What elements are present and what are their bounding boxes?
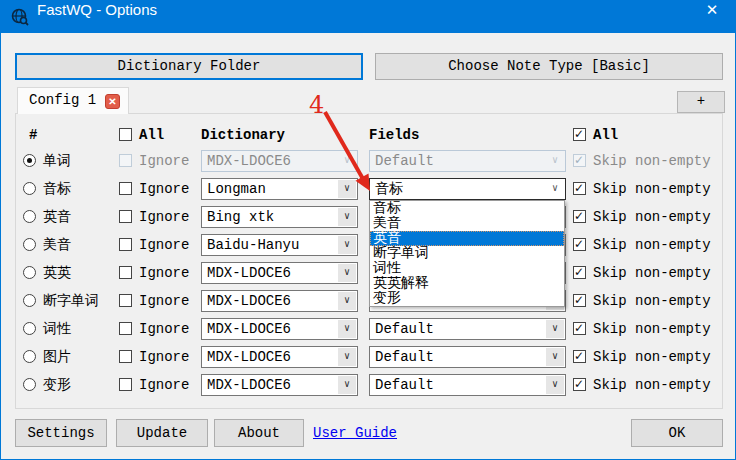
ignore-label: Ignore [139, 235, 189, 255]
ignore-checkbox[interactable] [119, 350, 132, 363]
chevron-down-icon[interactable]: ∨ [338, 320, 356, 338]
tab-close-icon[interactable]: ✕ [105, 94, 120, 109]
dictionary-combo-value: MDX-LDOCE6 [207, 320, 291, 338]
fields-combo[interactable]: Default ∨ [369, 150, 566, 172]
chevron-down-icon[interactable]: ∨ [546, 320, 564, 338]
choose-note-type-button[interactable]: Choose Note Type [Basic] [375, 53, 723, 80]
dictionary-combo-value: MDX-LDOCE6 [207, 264, 291, 282]
fields-combo-value: Default [375, 320, 434, 338]
dropdown-option[interactable]: 音标 [370, 201, 564, 216]
dictionary-combo-value: MDX-LDOCE6 [207, 348, 291, 366]
row-radio[interactable] [23, 294, 36, 307]
all-skip-checkbox[interactable] [573, 128, 586, 141]
user-guide-link[interactable]: User Guide [313, 425, 397, 441]
update-button[interactable]: Update [116, 419, 208, 447]
table-row: 变形 Ignore MDX-LDOCE6 ∨ Default ∨ Skip no… [1, 371, 736, 399]
skip-checkbox[interactable] [573, 350, 586, 363]
chevron-down-icon[interactable]: ∨ [338, 180, 356, 198]
chevron-down-icon[interactable]: ∨ [338, 264, 356, 282]
row-radio[interactable] [23, 266, 36, 279]
tab-config-1[interactable]: Config 1 ✕ [17, 87, 129, 114]
chevron-down-icon[interactable]: ∨ [338, 236, 356, 254]
skip-checkbox[interactable] [573, 266, 586, 279]
ignore-label: Ignore [139, 375, 189, 395]
skip-label: Skip non-empty [593, 235, 711, 255]
dictionary-combo[interactable]: MDX-LDOCE6 ∨ [201, 346, 358, 368]
dictionary-combo-value: Longman [207, 180, 266, 198]
dropdown-option[interactable]: 断字单词 [370, 246, 564, 261]
chevron-down-icon[interactable]: ∨ [338, 376, 356, 394]
ignore-checkbox[interactable] [119, 266, 132, 279]
skip-checkbox[interactable] [573, 154, 586, 167]
row-radio[interactable] [23, 154, 36, 167]
row-name: 变形 [43, 375, 71, 395]
skip-label: Skip non-empty [593, 179, 711, 199]
chevron-down-icon[interactable]: ∨ [546, 180, 564, 198]
ignore-checkbox[interactable] [119, 322, 132, 335]
dictionary-combo[interactable]: MDX-LDOCE6 ∨ [201, 150, 358, 172]
row-name: 英音 [43, 207, 71, 227]
chevron-down-icon[interactable]: ∨ [546, 376, 564, 394]
row-radio[interactable] [23, 322, 36, 335]
dropdown-option[interactable]: 词性 [370, 261, 564, 276]
ignore-checkbox[interactable] [119, 182, 132, 195]
skip-checkbox[interactable] [573, 238, 586, 251]
ok-button[interactable]: OK [631, 419, 723, 447]
dictionary-combo[interactable]: Baidu-Hanyu ∨ [201, 234, 358, 256]
skip-checkbox[interactable] [573, 210, 586, 223]
skip-checkbox[interactable] [573, 322, 586, 335]
skip-checkbox[interactable] [573, 294, 586, 307]
dropdown-option[interactable]: 变形 [370, 291, 564, 306]
chevron-down-icon[interactable]: ∨ [546, 152, 564, 170]
ignore-checkbox[interactable] [119, 154, 132, 167]
window-title: FastWQ - Options [37, 1, 157, 33]
skip-checkbox[interactable] [573, 378, 586, 391]
about-button[interactable]: About [214, 419, 304, 447]
settings-button[interactable]: Settings [15, 419, 107, 447]
dictionary-combo[interactable]: MDX-LDOCE6 ∨ [201, 318, 358, 340]
options-window: FastWQ - Options ✕ Dictionary Folder Cho… [0, 0, 736, 460]
ignore-checkbox[interactable] [119, 210, 132, 223]
ignore-label: Ignore [139, 151, 189, 171]
header-index: # [29, 127, 37, 143]
fields-combo-value: Default [375, 152, 434, 170]
dictionary-combo[interactable]: Longman ∨ [201, 178, 358, 200]
ignore-label: Ignore [139, 179, 189, 199]
add-config-button[interactable]: + [677, 91, 725, 113]
dictionary-combo[interactable]: MDX-LDOCE6 ∨ [201, 290, 358, 312]
fields-combo[interactable]: Default ∨ [369, 318, 566, 340]
dictionary-combo-value: MDX-LDOCE6 [207, 292, 291, 310]
chevron-down-icon[interactable]: ∨ [338, 348, 356, 366]
ignore-checkbox[interactable] [119, 378, 132, 391]
skip-checkbox[interactable] [573, 182, 586, 195]
chevron-down-icon[interactable]: ∨ [546, 348, 564, 366]
ignore-label: Ignore [139, 319, 189, 339]
all-ignore-checkbox[interactable] [119, 128, 132, 141]
ignore-checkbox[interactable] [119, 294, 132, 307]
ignore-checkbox[interactable] [119, 238, 132, 251]
header-all-right: All [593, 127, 618, 143]
dropdown-option[interactable]: 英音 [370, 231, 564, 246]
header-dictionary: Dictionary [201, 127, 285, 143]
fields-combo[interactable]: Default ∨ [369, 346, 566, 368]
dictionary-combo-value: MDX-LDOCE6 [207, 152, 291, 170]
fields-combo[interactable]: Default ∨ [369, 374, 566, 396]
dropdown-option[interactable]: 美音 [370, 216, 564, 231]
dictionary-combo[interactable]: MDX-LDOCE6 ∨ [201, 374, 358, 396]
close-icon[interactable]: ✕ [689, 1, 735, 33]
row-radio[interactable] [23, 238, 36, 251]
row-radio[interactable] [23, 210, 36, 223]
dictionary-folder-button[interactable]: Dictionary Folder [15, 53, 363, 80]
row-name: 词性 [43, 319, 71, 339]
chevron-down-icon[interactable]: ∨ [338, 208, 356, 226]
dictionary-combo[interactable]: MDX-LDOCE6 ∨ [201, 262, 358, 284]
row-radio[interactable] [23, 350, 36, 363]
row-radio[interactable] [23, 182, 36, 195]
fields-combo[interactable]: 音标 ∨ [369, 178, 566, 200]
skip-label: Skip non-empty [593, 291, 711, 311]
dropdown-option[interactable]: 英英解释 [370, 276, 564, 291]
row-radio[interactable] [23, 378, 36, 391]
chevron-down-icon[interactable]: ∨ [338, 152, 356, 170]
chevron-down-icon[interactable]: ∨ [338, 292, 356, 310]
dictionary-combo[interactable]: Bing xtk ∨ [201, 206, 358, 228]
